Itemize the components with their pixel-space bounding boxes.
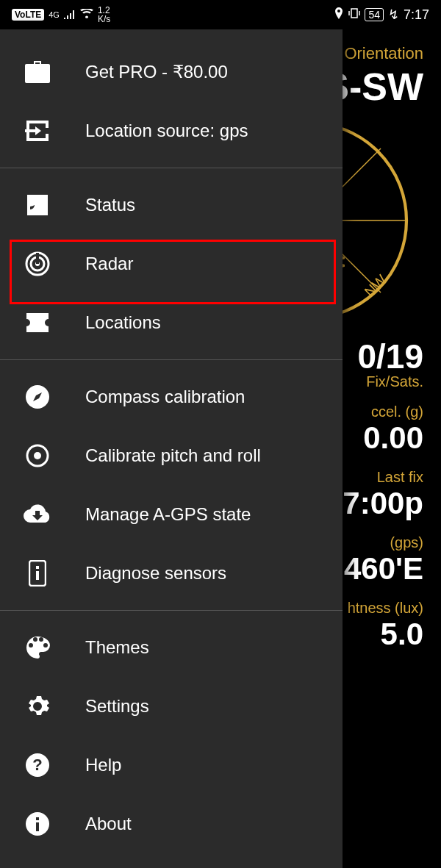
svg-point-16 — [35, 703, 40, 709]
drawer-label: Radar — [85, 254, 133, 274]
drawer-label: About — [85, 814, 132, 834]
svg-rect-20 — [36, 817, 39, 820]
svg-rect-15 — [36, 571, 39, 580]
drawer-divider — [0, 168, 343, 168]
cloud-download-icon — [22, 499, 53, 530]
gear-icon — [22, 691, 53, 722]
signal-4g: 4G — [49, 11, 60, 19]
drawer-item-help[interactable]: ? Help — [0, 736, 343, 795]
svg-rect-14 — [36, 566, 39, 569]
drawer-item-manage-agps[interactable]: Manage A-GPS state — [0, 485, 343, 544]
drawer-item-about[interactable]: About — [0, 795, 343, 853]
drawer-item-compass-calibration[interactable]: Compass calibration — [0, 367, 343, 426]
info-icon — [22, 808, 53, 839]
drawer-divider — [0, 359, 343, 360]
drawer-item-diagnose-sensors[interactable]: Diagnose sensors — [0, 544, 343, 603]
drawer-label: Diagnose sensors — [85, 563, 226, 584]
wifi-icon — [80, 7, 93, 23]
drawer-label: Settings — [85, 696, 149, 717]
drawer-item-status[interactable]: Status — [0, 176, 343, 234]
drawer-divider — [0, 610, 343, 611]
drawer-label: Status — [85, 195, 135, 215]
drawer-item-get-pro[interactable]: Get PRO - ₹80.00 — [0, 43, 343, 101]
radar-icon — [22, 248, 53, 279]
network-speed: 1.2 K/s — [98, 6, 110, 24]
charging-icon: ↯ — [388, 7, 399, 23]
drawer-label: Locations — [85, 312, 161, 333]
drawer-label: Compass calibration — [85, 387, 245, 407]
battery-indicator: 54 — [365, 8, 384, 21]
drawer-label: Calibrate pitch and roll — [85, 445, 261, 466]
signal-bars-icon — [64, 7, 76, 23]
svg-point-12 — [34, 452, 41, 459]
drawer-item-themes[interactable]: Themes — [0, 618, 343, 677]
svg-rect-21 — [36, 822, 39, 831]
vibrate-icon — [348, 7, 360, 23]
navigation-drawer: Get PRO - ₹80.00 Location source: gps St… — [0, 29, 343, 868]
drawer-item-calibrate-pitch-roll[interactable]: Calibrate pitch and roll — [0, 426, 343, 485]
ticket-star-icon — [22, 307, 53, 338]
input-icon — [22, 115, 53, 146]
drawer-label: Manage A-GPS state — [85, 504, 251, 525]
drawer-item-settings[interactable]: Settings — [0, 677, 343, 736]
help-icon: ? — [22, 750, 53, 781]
palette-icon — [22, 632, 53, 663]
drawer-label: Help — [85, 755, 121, 775]
drawer-label: Themes — [85, 637, 149, 658]
drawer-label: Location source: gps — [85, 121, 248, 141]
briefcase-play-icon — [22, 57, 53, 87]
status-bar: VoLTE 4G 1.2 K/s 54 ↯ 7:17 — [0, 0, 441, 29]
drawer-item-location-source[interactable]: Location source: gps — [0, 101, 343, 160]
drawer-item-radar[interactable]: Radar — [0, 234, 343, 293]
svg-text:NW: NW — [361, 271, 390, 300]
drawer-item-locations[interactable]: Locations — [0, 293, 343, 352]
svg-text:?: ? — [32, 756, 42, 774]
satellite-icon — [22, 190, 53, 220]
location-icon — [334, 7, 344, 23]
device-info-icon — [22, 558, 53, 589]
clock: 7:17 — [404, 7, 429, 23]
volte-badge: VoLTE — [12, 9, 44, 21]
compass-icon — [22, 381, 53, 412]
target-icon — [22, 440, 53, 471]
drawer-label: Get PRO - ₹80.00 — [85, 62, 228, 82]
